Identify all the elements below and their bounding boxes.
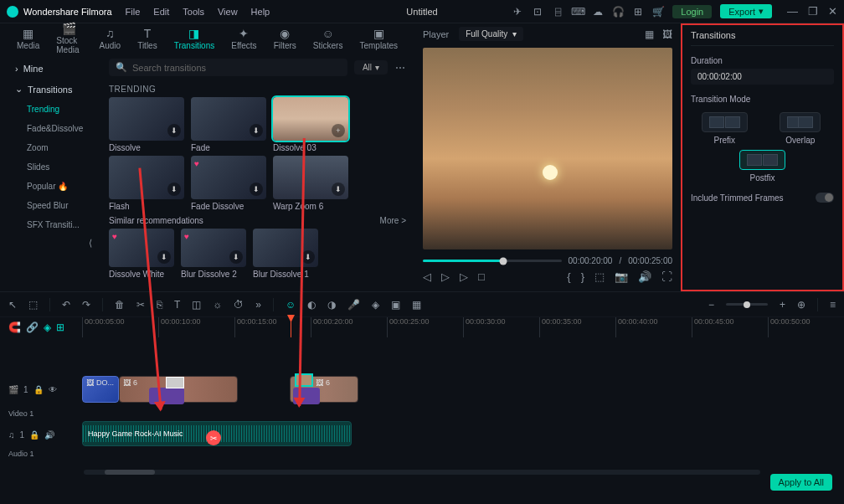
sidebar-slides[interactable]: Slides xyxy=(0,157,100,177)
progress-bar[interactable] xyxy=(423,260,562,262)
crop-tool-icon[interactable]: ◫ xyxy=(192,299,201,311)
sidebar-transitions[interactable]: ⌄Transitions xyxy=(0,79,100,100)
menu-help[interactable]: Help xyxy=(251,7,270,17)
zoom-slider[interactable] xyxy=(726,303,768,306)
color-icon[interactable]: ◐ xyxy=(307,299,316,311)
transition-dissolve[interactable]: ⬇Dissolve xyxy=(109,97,184,152)
download-icon[interactable]: ⬇ xyxy=(157,250,171,264)
login-button[interactable]: Login xyxy=(672,5,712,18)
sidebar-speed-blur[interactable]: Speed Blur xyxy=(0,196,100,215)
download-icon[interactable]: ⬇ xyxy=(167,124,181,137)
transition-blur-dissolve-2[interactable]: ♥⬇Blur Dissolve 2 xyxy=(181,229,246,279)
eye-icon[interactable]: 👁 xyxy=(49,385,57,394)
download-icon[interactable]: ⬇ xyxy=(301,250,315,264)
download-icon[interactable]: ⬇ xyxy=(229,250,243,264)
text-tool-icon[interactable]: T xyxy=(174,299,180,311)
display-icon[interactable]: ⌸ xyxy=(552,6,564,18)
speed-icon[interactable]: ⏱ xyxy=(234,299,244,311)
transition-blur-dissolve-1[interactable]: ⬇Blur Dissolve 1 xyxy=(253,229,318,279)
minimize-icon[interactable]: — xyxy=(787,5,798,18)
fit-icon[interactable]: ⊕ xyxy=(797,299,805,311)
maximize-icon[interactable]: ❐ xyxy=(808,5,818,18)
mask-icon[interactable]: ◑ xyxy=(327,299,336,311)
magnet-icon[interactable]: 🧲 xyxy=(8,321,21,333)
apps-icon[interactable]: ⊞ xyxy=(632,6,644,18)
sidebar-mine[interactable]: ›Mine xyxy=(0,59,100,79)
headphones-icon[interactable]: 🎧 xyxy=(612,6,624,18)
download-icon[interactable]: ⬇ xyxy=(250,124,263,137)
tab-stickers[interactable]: ☺Stickers xyxy=(313,27,343,50)
sidebar-fade-dissolve[interactable]: Fade&Dissolve xyxy=(0,119,100,138)
transition-dissolve-03[interactable]: +Dissolve 03 xyxy=(273,97,348,152)
download-icon[interactable]: ⬇ xyxy=(332,183,345,196)
more-icon[interactable]: ⋯ xyxy=(394,62,406,74)
search-input[interactable]: 🔍 Search transitions xyxy=(109,59,347,76)
scissors-playhead-icon[interactable]: ✂ xyxy=(206,430,221,445)
link-icon[interactable]: 🔗 xyxy=(26,321,39,333)
lock-icon[interactable]: 🔒 xyxy=(29,430,39,440)
menu-edit[interactable]: Edit xyxy=(153,7,169,17)
menu-view[interactable]: View xyxy=(218,7,238,17)
all-filter[interactable]: All▾ xyxy=(354,60,388,75)
select-tool-icon[interactable]: ⬚ xyxy=(28,299,38,311)
transition-warp-zoom-6[interactable]: ⬇Warp Zoom 6 xyxy=(273,156,348,211)
cut-icon[interactable]: ✂ xyxy=(136,299,145,311)
prev-frame-icon[interactable]: ◁ xyxy=(423,270,431,283)
crop-icon[interactable]: ⬚ xyxy=(594,270,605,283)
send-icon[interactable]: ✈ xyxy=(512,6,523,18)
duration-input[interactable]: 00:00:02:00 xyxy=(691,69,834,85)
sidebar-sfx-transitions[interactable]: SFX Transiti... xyxy=(0,215,100,234)
play-icon[interactable]: ▷ xyxy=(441,270,450,283)
render-icon[interactable]: ▦ xyxy=(412,299,421,311)
camera-icon[interactable]: 📷 xyxy=(615,270,628,283)
zoom-out-icon[interactable]: − xyxy=(708,299,714,311)
panel-tab-transitions[interactable]: Transitions xyxy=(691,30,834,46)
video-track-lane[interactable]: 🖼 DO... 🖼 6 🖼 6 xyxy=(82,373,844,406)
adjust-icon[interactable]: ☼ xyxy=(213,299,222,311)
transition-fade[interactable]: ⬇Fade xyxy=(191,97,266,152)
include-trimmed-toggle[interactable] xyxy=(816,193,834,203)
menu-file[interactable]: File xyxy=(126,7,141,17)
playhead[interactable] xyxy=(291,317,291,337)
export-button[interactable]: Export▾ xyxy=(720,4,772,18)
view-options-icon[interactable]: ≡ xyxy=(830,299,836,311)
next-frame-icon[interactable]: ▷ xyxy=(460,270,468,283)
preview-viewport[interactable] xyxy=(423,48,672,249)
add-icon[interactable]: + xyxy=(332,124,345,137)
undo-icon[interactable]: ↶ xyxy=(62,299,70,311)
mark-in-icon[interactable]: { xyxy=(567,270,570,283)
ai-icon[interactable]: ☺ xyxy=(286,299,296,311)
tab-effects[interactable]: ✦Effects xyxy=(231,27,256,50)
transition-fade-dissolve[interactable]: ♥⬇Fade Dissolve xyxy=(191,156,266,211)
download-icon[interactable]: ⬇ xyxy=(167,183,181,196)
keyboard-icon[interactable]: ⌨ xyxy=(572,6,584,18)
sidebar-trending[interactable]: Trending xyxy=(0,100,100,119)
pointer-tool-icon[interactable]: ↖ xyxy=(8,299,17,311)
marker-icon[interactable]: ◈ xyxy=(372,299,379,311)
transition-thumb-2-selected[interactable] xyxy=(295,373,313,387)
tab-titles[interactable]: TTitles xyxy=(137,27,157,50)
more-link[interactable]: More > xyxy=(380,216,406,225)
tab-transitions[interactable]: ◨Transitions xyxy=(174,27,215,50)
timeline-scrollbar[interactable] xyxy=(84,470,760,475)
tab-stock-media[interactable]: 🎬Stock Media xyxy=(56,22,82,54)
mark-out-icon[interactable]: } xyxy=(581,270,584,283)
volume-icon[interactable]: 🔊 xyxy=(638,270,651,283)
tab-audio[interactable]: ♫Audio xyxy=(100,27,121,50)
zoom-in-icon[interactable]: + xyxy=(780,299,785,311)
redo-icon[interactable]: ↷ xyxy=(82,299,90,311)
cart-icon[interactable]: 🛒 xyxy=(652,6,664,18)
marker-add-icon[interactable]: ◈ xyxy=(44,321,51,333)
copy-format-icon[interactable]: ⎘ xyxy=(157,299,162,311)
mode-postfix[interactable]: Postfix xyxy=(691,150,834,183)
sidebar-zoom[interactable]: Zoom xyxy=(0,138,100,157)
snapshot-icon[interactable]: 🖼 xyxy=(662,28,672,40)
grid-view-icon[interactable]: ▦ xyxy=(645,28,654,40)
sidebar-collapse-icon[interactable]: ⟨ xyxy=(0,234,100,252)
keyframe-icon[interactable]: ▣ xyxy=(391,299,400,311)
clip-clouds[interactable]: 🖼 DO... xyxy=(82,376,119,403)
speaker-icon[interactable]: 🔊 xyxy=(44,430,54,440)
timeline-ruler[interactable]: 00:00:05:00 00:00:10:00 00:00:15:00 00:0… xyxy=(82,317,844,337)
audio-track-head[interactable]: ♫1 🔒 🔊 xyxy=(0,421,82,448)
more-tools-icon[interactable]: » xyxy=(255,299,261,311)
